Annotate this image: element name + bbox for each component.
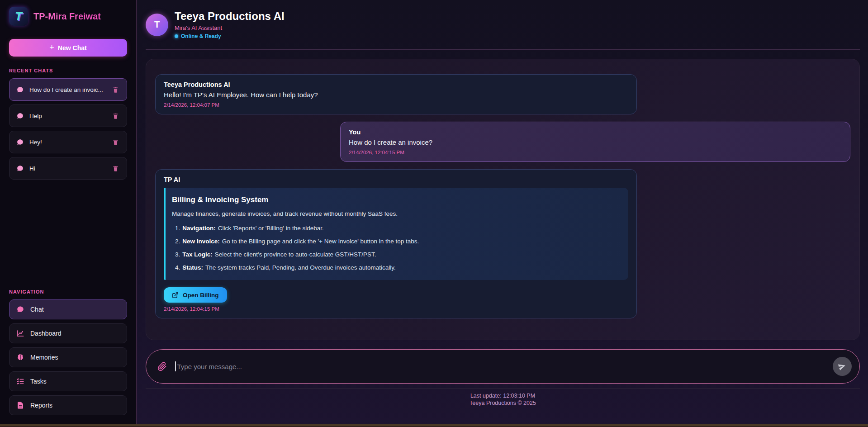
message-sender: TP AI: [164, 176, 628, 183]
nav-item-label: Memories: [30, 354, 58, 361]
last-update-text: Last update: 12:03:10 PM: [146, 392, 860, 399]
chat-header: T Teeya Productions AI Mira's AI Assista…: [146, 0, 860, 50]
assistant-subtitle: Mira's AI Assistant: [175, 24, 285, 31]
card-step: 3.Tax Logic:Select the client's province…: [172, 251, 618, 258]
brain-icon: [16, 353, 24, 361]
user-message: You How do I create an invoice? 2/14/202…: [340, 122, 850, 162]
message-sender: You: [349, 128, 842, 136]
navigation-heading: NAVIGATION: [9, 289, 127, 294]
external-link-icon: [172, 292, 179, 299]
message-list: Teeya Productions AI Hello! I'm TP's AI …: [146, 59, 860, 340]
nav-item-label: Reports: [30, 402, 52, 409]
card-title: Billing & Invoicing System: [172, 195, 618, 204]
step-number: 2.: [175, 238, 180, 245]
attach-file-button[interactable]: [157, 362, 167, 371]
online-status-dot: [175, 34, 178, 38]
app-window: T TP-Mira Freiwat + New Chat RECENT CHAT…: [0, 0, 868, 427]
new-chat-button[interactable]: + New Chat: [9, 39, 127, 57]
card-step: 1.Navigation:Click 'Reports' or 'Billing…: [172, 225, 618, 232]
nav-item-label: Dashboard: [30, 330, 62, 337]
step-text: Select the client's province to auto-cal…: [215, 251, 376, 258]
delete-chat-button[interactable]: [111, 112, 120, 120]
card-description: Manage finances, generate invoices, and …: [172, 210, 618, 217]
nav-item-chat[interactable]: Chat: [9, 299, 127, 319]
message-text: Hello! I'm TP's AI Employee. How can I h…: [164, 91, 628, 99]
step-text: The system tracks Paid, Pending, and Ove…: [205, 264, 396, 271]
step-number: 1.: [175, 225, 180, 232]
message-text: How do I create an invoice?: [349, 138, 842, 146]
recent-chat-item[interactable]: How do I create an invoic...: [9, 78, 127, 101]
recent-chat-title: How do I create an invoic...: [29, 86, 106, 93]
step-text: Go to the Billing page and click the '+ …: [222, 238, 419, 245]
ai-message: TP AI Billing & Invoicing System Manage …: [155, 169, 637, 318]
checklist-icon: [16, 377, 24, 385]
window-bottom-edge: [0, 424, 868, 427]
plus-icon: +: [49, 43, 54, 52]
delete-chat-button[interactable]: [111, 138, 120, 147]
copyright-text: Teeya Productions © 2025: [146, 399, 860, 407]
recent-chat-title: Help: [29, 113, 106, 119]
message-timestamp: 2/14/2026, 12:04:07 PM: [164, 102, 628, 108]
recent-chat-title: Hi: [29, 165, 106, 172]
nav-item-memories[interactable]: Memories: [9, 347, 127, 367]
chat-bubble-icon: [16, 165, 24, 172]
billing-info-card: Billing & Invoicing System Manage financ…: [164, 188, 628, 280]
sidebar: T TP-Mira Freiwat + New Chat RECENT CHAT…: [0, 0, 137, 427]
assistant-avatar: T: [146, 14, 168, 36]
chat-bubble-icon: [16, 138, 24, 146]
nav-item-label: Chat: [30, 306, 44, 313]
logo-monogram: T: [15, 9, 22, 24]
open-billing-button[interactable]: Open Billing: [164, 287, 227, 303]
nav-item-tasks[interactable]: Tasks: [9, 371, 127, 391]
message-input[interactable]: [177, 363, 833, 370]
logo-icon: T: [9, 7, 28, 26]
delete-chat-button[interactable]: [111, 164, 120, 173]
nav-item-reports[interactable]: Reports: [9, 395, 127, 415]
step-label: Tax Logic:: [182, 251, 213, 258]
nav-item-dashboard[interactable]: Dashboard: [9, 323, 127, 343]
status-badge: Online & Ready: [181, 33, 221, 39]
footer-divider: [146, 388, 860, 389]
recent-chats-heading: RECENT CHATS: [9, 68, 127, 73]
recent-chat-item[interactable]: Hey!: [9, 131, 127, 153]
navigation-list: Chat Dashboard Memories Tasks: [9, 299, 127, 415]
recent-chat-item[interactable]: Hi: [9, 157, 127, 180]
step-label: Status:: [182, 264, 203, 271]
chat-bubble-icon: [16, 86, 24, 94]
open-billing-label: Open Billing: [183, 292, 219, 299]
new-chat-label: New Chat: [58, 44, 87, 52]
step-label: Navigation:: [182, 225, 216, 232]
app-title: TP-Mira Freiwat: [33, 11, 101, 22]
card-step: 4.Status:The system tracks Paid, Pending…: [172, 264, 618, 271]
delete-chat-button[interactable]: [111, 85, 120, 94]
card-step: 2.New Invoice:Go to the Billing page and…: [172, 238, 618, 245]
recent-chats-list: How do I create an invoic... Help Hey!: [9, 78, 127, 180]
message-composer: [146, 349, 860, 384]
app-logo: T TP-Mira Freiwat: [9, 7, 127, 26]
nav-item-label: Tasks: [30, 378, 47, 385]
footer: Last update: 12:03:10 PM Teeya Productio…: [146, 392, 860, 407]
message-sender: Teeya Productions AI: [164, 81, 628, 88]
step-number: 3.: [175, 251, 180, 258]
recent-chat-item[interactable]: Help: [9, 104, 127, 127]
recent-chat-title: Hey!: [29, 139, 106, 146]
step-text: Click 'Reports' or 'Billing' in the side…: [218, 225, 324, 232]
send-button[interactable]: [833, 357, 852, 376]
chat-bubble-icon: [16, 305, 24, 313]
message-timestamp: 2/14/2026, 12:04:15 PM: [349, 150, 842, 155]
card-step-list: 1.Navigation:Click 'Reports' or 'Billing…: [172, 225, 618, 271]
document-icon: [16, 401, 24, 409]
main-area: T Teeya Productions AI Mira's AI Assista…: [137, 0, 868, 427]
chat-bubble-icon: [16, 112, 24, 120]
text-cursor: [175, 361, 176, 371]
chart-line-icon: [16, 329, 24, 337]
ai-message: Teeya Productions AI Hello! I'm TP's AI …: [155, 74, 637, 114]
message-timestamp: 2/14/2026, 12:04:15 PM: [164, 306, 628, 312]
step-number: 4.: [175, 264, 180, 271]
step-label: New Invoice:: [182, 238, 220, 245]
page-title: Teeya Productions AI: [175, 10, 285, 23]
